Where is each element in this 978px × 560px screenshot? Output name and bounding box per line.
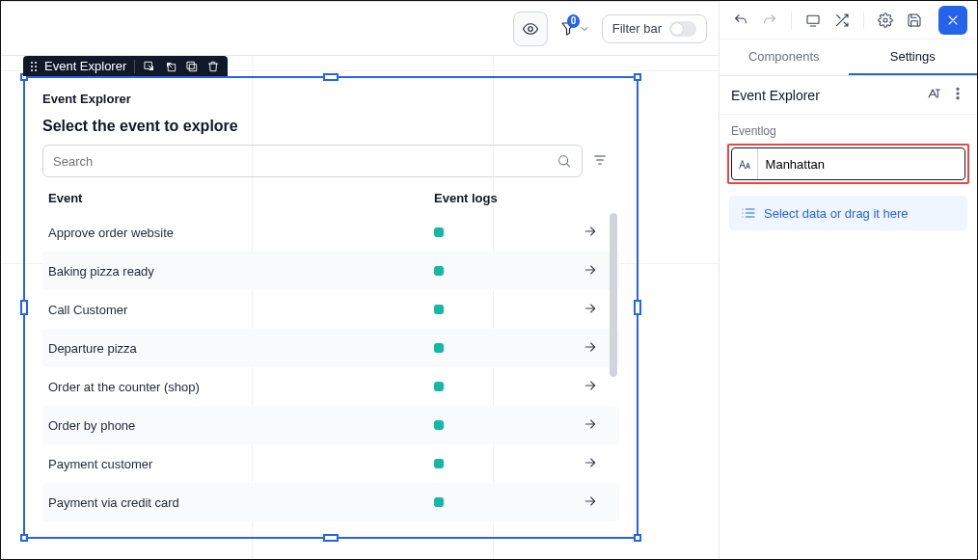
settings-button[interactable] (874, 9, 897, 32)
col-logs: Event logs (434, 191, 613, 205)
table-row[interactable]: Order by phone (42, 406, 619, 444)
eye-icon (522, 20, 539, 38)
log-dot (434, 459, 444, 468)
svg-rect-3 (190, 64, 197, 70)
event-explorer-widget: Event Explorer Select the event to explo… (25, 78, 637, 537)
log-dot (434, 305, 444, 314)
selection-toolbar[interactable]: Event Explorer (23, 56, 228, 76)
duplicate-out-icon[interactable] (143, 60, 156, 73)
table-row[interactable]: Baking pizza ready (42, 252, 619, 290)
arrow-right-icon[interactable] (583, 455, 613, 473)
eventlog-field[interactable] (731, 147, 965, 180)
text-type-icon (732, 148, 758, 179)
sidebar-tabs: Components Settings (720, 40, 977, 76)
log-dot (434, 227, 444, 237)
toggle-switch[interactable] (669, 21, 696, 37)
shuffle-button[interactable] (830, 9, 854, 32)
svg-point-7 (883, 18, 887, 22)
log-dot (434, 497, 444, 507)
chevron-down-icon (579, 23, 590, 35)
svg-point-8 (957, 88, 959, 90)
scrollbar-thumb[interactable] (610, 213, 617, 377)
widget-subtitle: Select the event to explore (42, 118, 619, 135)
section-label-eventlog: Eventlog (720, 115, 977, 138)
svg-point-9 (957, 93, 959, 94)
present-button[interactable] (801, 9, 825, 32)
table-row[interactable]: Departure pizza (42, 329, 619, 367)
table-row[interactable]: Order at the counter (shop) (42, 367, 619, 406)
duplicate-in-icon[interactable] (164, 60, 177, 73)
search-input[interactable] (53, 154, 557, 169)
search-icon (557, 153, 572, 169)
preview-button[interactable] (513, 12, 548, 46)
save-button[interactable] (903, 9, 926, 32)
widget-title: Event Explorer (42, 92, 619, 106)
arrow-right-icon[interactable] (583, 493, 613, 512)
table-row[interactable]: Payment customer (42, 444, 619, 483)
sidebar-toolbar (720, 1, 977, 40)
tab-components[interactable]: Components (720, 40, 849, 75)
selection-frame[interactable]: Event Explorer Select the event to explo… (23, 76, 638, 539)
list-icon (741, 205, 756, 221)
filter-icon[interactable] (592, 152, 608, 171)
col-event: Event (48, 191, 434, 205)
undo-button[interactable] (729, 9, 752, 32)
table-row[interactable]: Approve order website (42, 213, 619, 252)
svg-rect-4 (188, 62, 195, 68)
drag-handle-icon[interactable] (31, 62, 37, 71)
eventlog-field-highlighted (727, 144, 969, 184)
svg-rect-6 (807, 15, 819, 23)
table-row[interactable]: Call Customer (42, 290, 619, 329)
log-dot (434, 266, 444, 276)
log-dot (434, 382, 444, 391)
redo-button[interactable] (758, 9, 781, 32)
sidebar-header-title: Event Explorer (731, 88, 820, 103)
log-dot (434, 343, 444, 353)
svg-point-10 (957, 97, 959, 99)
filter-bar-toggle[interactable]: Filter bar (602, 14, 707, 43)
table-rows: Approve order website Baking pizza ready… (42, 213, 619, 521)
sidebar: Components Settings Event Explorer Event… (719, 1, 977, 559)
search-input-wrapper[interactable] (42, 145, 583, 177)
filter-badge: 0 (567, 14, 581, 28)
copy-icon[interactable] (185, 60, 199, 73)
canvas-topbar: 0 Filter bar (1, 2, 719, 56)
eventlog-input[interactable] (758, 157, 964, 172)
filter-bar-label: Filter bar (612, 21, 662, 36)
close-button[interactable] (938, 6, 967, 35)
table-row[interactable]: Payment via credit card (42, 483, 619, 521)
table-header: Event Event logs (42, 183, 619, 213)
text-style-icon[interactable] (927, 86, 942, 104)
data-dropzone[interactable]: Select data or drag it here (729, 196, 967, 230)
filters-button[interactable]: 0 (556, 14, 594, 43)
sidebar-header: Event Explorer (720, 76, 977, 115)
arrow-right-icon[interactable] (583, 378, 613, 396)
log-dot (434, 420, 444, 430)
more-icon[interactable] (950, 86, 965, 104)
trash-icon[interactable] (206, 60, 220, 73)
selection-title: Event Explorer (44, 59, 126, 73)
dropzone-label: Select data or drag it here (764, 206, 909, 221)
design-canvas[interactable]: 0 Filter bar Event Explorer (1, 1, 719, 559)
tab-settings[interactable]: Settings (849, 40, 978, 75)
arrow-right-icon[interactable] (583, 416, 613, 435)
svg-point-0 (528, 26, 532, 31)
